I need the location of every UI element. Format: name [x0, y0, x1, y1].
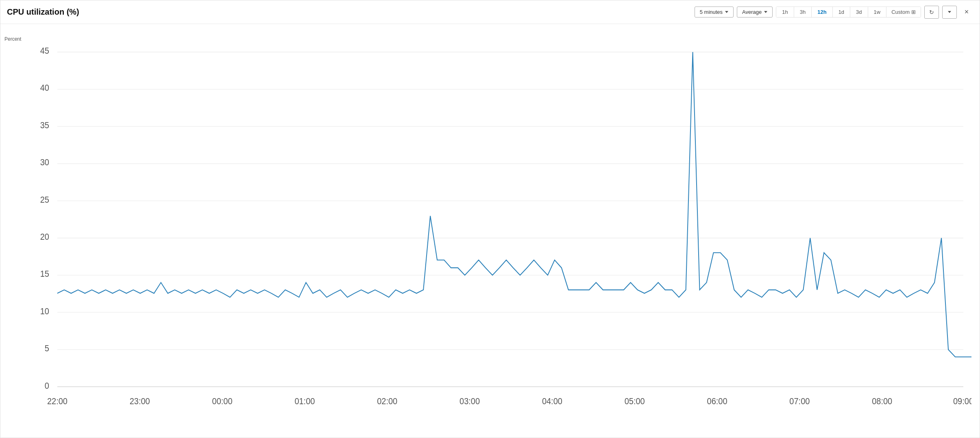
stat-caret-icon: [764, 11, 767, 13]
refresh-button[interactable]: ↻: [924, 6, 939, 19]
controls-group: 5 minutes Average 1h 3h 12h 1d 3d 1w Cus…: [695, 6, 973, 19]
interval-label: 5 minutes: [700, 9, 723, 15]
svg-text:06:00: 06:00: [707, 396, 727, 406]
svg-text:40: 40: [40, 83, 49, 93]
svg-text:30: 30: [40, 158, 49, 167]
svg-text:0: 0: [45, 381, 49, 391]
widget-header: CPU utilization (%) 5 minutes Average 1h…: [0, 0, 980, 24]
time-btn-1w[interactable]: 1w: [868, 7, 887, 17]
custom-button[interactable]: Custom ⊞: [886, 7, 921, 17]
chart-area: Percent 0 5 10 15 20 25 30: [0, 24, 980, 438]
calendar-icon: ⊞: [911, 9, 916, 15]
time-btn-12h[interactable]: 12h: [812, 7, 832, 17]
svg-text:45: 45: [40, 46, 49, 56]
y-axis-label: Percent: [4, 36, 21, 42]
svg-text:07:00: 07:00: [789, 396, 810, 406]
custom-label: Custom: [891, 9, 910, 15]
interval-dropdown[interactable]: 5 minutes: [695, 7, 734, 18]
svg-text:00:00: 00:00: [212, 396, 233, 406]
svg-text:04:00: 04:00: [542, 396, 562, 406]
svg-text:35: 35: [40, 120, 49, 130]
svg-text:22:00: 22:00: [47, 396, 68, 406]
cpu-chart: 0 5 10 15 20 25 30 35 40 45: [25, 32, 971, 421]
actions-dropdown-button[interactable]: [942, 6, 957, 19]
close-button[interactable]: ×: [960, 6, 973, 19]
actions-caret-icon: [948, 11, 951, 13]
time-btn-3h[interactable]: 3h: [794, 7, 812, 17]
svg-text:5: 5: [45, 343, 49, 353]
refresh-icon: ↻: [929, 9, 934, 15]
svg-text:08:00: 08:00: [872, 396, 892, 406]
chart-container: 0 5 10 15 20 25 30 35 40 45: [25, 32, 971, 421]
time-range-group: 1h 3h 12h 1d 3d 1w Custom ⊞: [776, 7, 921, 18]
stat-dropdown[interactable]: Average: [737, 7, 773, 18]
widget-container: CPU utilization (%) 5 minutes Average 1h…: [0, 0, 980, 438]
cpu-line: [57, 52, 971, 364]
svg-text:23:00: 23:00: [130, 396, 150, 406]
svg-text:05:00: 05:00: [625, 396, 645, 406]
svg-text:15: 15: [40, 269, 49, 279]
svg-text:25: 25: [40, 195, 49, 204]
time-btn-1h[interactable]: 1h: [776, 7, 794, 17]
time-btn-3d[interactable]: 3d: [850, 7, 868, 17]
widget-title: CPU utilization (%): [7, 7, 79, 17]
stat-label: Average: [742, 9, 762, 15]
svg-text:03:00: 03:00: [460, 396, 480, 406]
svg-text:02:00: 02:00: [377, 396, 397, 406]
svg-text:01:00: 01:00: [294, 396, 315, 406]
time-btn-1d[interactable]: 1d: [833, 7, 850, 17]
close-icon: ×: [965, 8, 969, 16]
svg-text:09:00: 09:00: [953, 396, 971, 406]
interval-caret-icon: [725, 11, 728, 13]
svg-text:10: 10: [40, 306, 49, 316]
svg-text:20: 20: [40, 232, 49, 241]
